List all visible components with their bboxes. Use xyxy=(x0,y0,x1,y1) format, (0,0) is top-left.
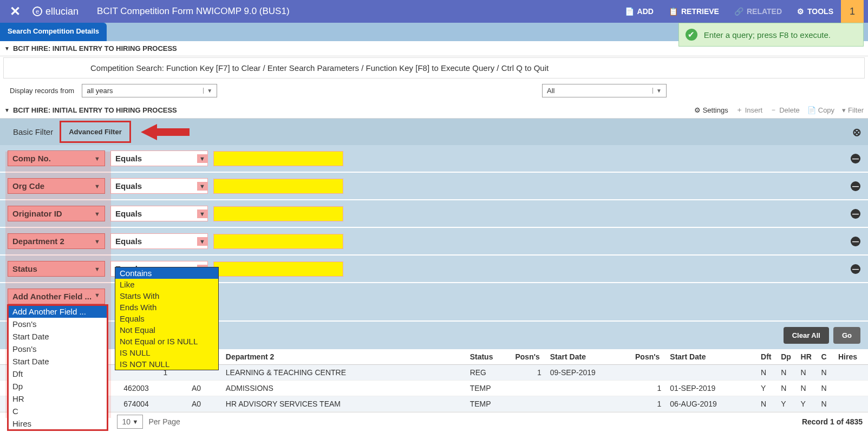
table-header[interactable]: Hires xyxy=(834,349,868,365)
operator-option[interactable]: Like xyxy=(115,279,218,290)
field-option[interactable]: Add Another Field ... xyxy=(8,305,107,318)
field-option[interactable]: Start Date xyxy=(8,330,107,343)
chevron-down-icon: ▼ xyxy=(203,88,212,94)
table-header[interactable]: Department 2 xyxy=(221,349,466,365)
add-button[interactable]: 📄ADD xyxy=(617,0,661,23)
go-button[interactable]: Go xyxy=(833,327,860,344)
advanced-filter-tab[interactable]: Advanced Filter xyxy=(60,121,131,143)
table-header[interactable]: Posn's xyxy=(631,349,665,365)
table-row[interactable]: 462003A0ADMISSIONSTEMP101-SEP-2019YNNN xyxy=(0,381,868,396)
operator-option[interactable]: IS NULL xyxy=(115,347,218,358)
value-input[interactable] xyxy=(213,179,343,194)
notification-count[interactable]: 1 xyxy=(841,0,864,23)
field-option[interactable]: Dft xyxy=(8,368,107,380)
chevron-down-icon: ▼ xyxy=(94,238,100,245)
table-cell: 462003 xyxy=(119,381,159,396)
operator-option[interactable]: IS NOT NULL xyxy=(115,358,218,370)
top-actions: 📄ADD 📋RETRIEVE 🔗RELATED ⚙TOOLS 1 xyxy=(617,0,864,23)
copy-button[interactable]: 📄 Copy xyxy=(807,106,834,114)
table-header[interactable]: Start Date xyxy=(665,349,756,365)
operator-option[interactable]: Contains xyxy=(115,267,218,279)
table-cell: HR ADVISORY SERVICES TEAM xyxy=(221,396,466,412)
operator-select[interactable]: Equals▼ xyxy=(110,206,208,221)
field-option[interactable]: Posn's xyxy=(8,343,107,355)
filter-button[interactable]: ▾ Filter xyxy=(842,106,864,114)
table-cell xyxy=(834,381,868,396)
section2-tools: ⚙ Settings ＋ Insert － Delete 📄 Copy ▾ Fi… xyxy=(694,105,864,115)
value-input[interactable] xyxy=(213,206,343,221)
tab-search-details[interactable]: Search Competition Details xyxy=(0,23,107,41)
field-option[interactable]: C xyxy=(8,405,107,417)
add-field-dropdown[interactable]: Add Another Field ... ▼ xyxy=(8,289,105,304)
close-icon[interactable]: ✕ xyxy=(4,4,26,19)
remove-row-icon[interactable]: — xyxy=(851,209,860,219)
table-header[interactable]: Start Date xyxy=(546,349,631,365)
operator-select[interactable]: Equals▼ xyxy=(110,150,208,166)
value-input[interactable] xyxy=(213,261,343,277)
basic-filter-tab[interactable]: Basic Filter xyxy=(6,123,60,141)
table-header[interactable]: Status xyxy=(466,349,511,365)
tools-button[interactable]: ⚙TOOLS xyxy=(789,0,841,23)
operator-option[interactable]: Not Equal xyxy=(115,324,218,336)
table-header[interactable]: C xyxy=(817,349,834,365)
insert-button[interactable]: ＋ Insert xyxy=(736,105,763,115)
top-toolbar: ✕ e ellucian BCIT Competition Form NWICO… xyxy=(0,0,868,23)
field-option[interactable]: Dp xyxy=(8,380,107,392)
field-select[interactable]: Org Cde▼ xyxy=(8,178,105,194)
operator-select[interactable]: Equals▼ xyxy=(110,178,208,194)
record-count: Record 1 of 4835 xyxy=(802,417,863,426)
remove-row-icon[interactable]: — xyxy=(851,181,860,191)
field-select[interactable]: Status▼ xyxy=(8,261,105,277)
table-cell: ADMISSIONS xyxy=(221,381,466,396)
field-select[interactable]: Comp No.▼ xyxy=(8,150,105,166)
pagination-footer: | of 484 10 ▼ Per Page Record 1 of 4835 xyxy=(0,412,868,431)
retrieve-button[interactable]: 📋RETRIEVE xyxy=(661,0,727,23)
field-options-popup: Add Another Field ...Posn'sStart DatePos… xyxy=(8,305,108,430)
operator-select[interactable]: Equals▼ xyxy=(110,233,208,249)
gear-icon: ⚙ xyxy=(694,106,701,114)
value-input[interactable] xyxy=(213,234,343,249)
filter-rows-container: Comp No.▼ Equals▼ — Org Cde▼ Equals▼ — O… xyxy=(0,145,868,283)
field-option[interactable]: Posn's xyxy=(8,318,107,330)
value-input[interactable] xyxy=(213,151,343,166)
field-option[interactable]: Start Date xyxy=(8,355,107,368)
display-all-select[interactable]: All ▼ xyxy=(542,84,667,97)
section2-header: ▼ BCIT HIRE: INITIAL ENTRY TO HIRING PRO… xyxy=(0,102,868,119)
gear-icon: ⚙ xyxy=(797,7,804,16)
per-page-select[interactable]: 10 ▼ xyxy=(117,415,143,429)
section1-title: BCIT HIRE: INITIAL ENTRY TO HIRING PROCE… xyxy=(13,44,177,53)
operator-option[interactable]: Ends With xyxy=(115,302,218,313)
display-year-select[interactable]: all years ▼ xyxy=(82,84,217,97)
chevron-down-icon[interactable]: ▼ xyxy=(4,107,10,113)
table-header[interactable]: HR xyxy=(797,349,817,365)
operator-option[interactable]: Not Equal or IS NULL xyxy=(115,336,218,347)
operator-option[interactable]: Starts With xyxy=(115,290,218,302)
operator-option[interactable]: Equals xyxy=(115,313,218,324)
chevron-down-icon: ▼ xyxy=(133,418,139,425)
remove-row-icon[interactable]: — xyxy=(851,237,860,246)
clear-all-button[interactable]: Clear All xyxy=(784,327,829,344)
field-option[interactable]: HR xyxy=(8,392,107,405)
field-select[interactable]: Originator ID▼ xyxy=(8,206,105,221)
table-row[interactable]: 674004A0HR ADVISORY SERVICES TEAMTEMP106… xyxy=(0,396,868,412)
notification-banner: ✔ Enter a query; press F8 to execute. xyxy=(678,23,864,47)
field-option[interactable]: Hires xyxy=(8,417,107,430)
settings-button[interactable]: ⚙ Settings xyxy=(694,106,728,114)
related-button[interactable]: 🔗RELATED xyxy=(727,0,789,23)
table-cell: N xyxy=(797,365,817,381)
remove-row-icon[interactable]: — xyxy=(851,264,860,274)
close-filter-icon[interactable]: ⊗ xyxy=(852,126,862,139)
chevron-down-icon[interactable]: ▼ xyxy=(4,45,10,51)
arrow-annotation xyxy=(141,124,190,140)
plus-icon: ＋ xyxy=(736,105,743,115)
delete-button[interactable]: － Delete xyxy=(770,105,800,115)
table-header[interactable]: Dp xyxy=(776,349,796,365)
table-header[interactable]: Posn's xyxy=(511,349,545,365)
remove-row-icon[interactable]: — xyxy=(851,154,860,163)
table-cell: 06-AUG-2019 xyxy=(665,396,756,412)
chevron-down-icon: ▼ xyxy=(652,88,662,94)
table-cell: 1 xyxy=(631,396,665,412)
field-select[interactable]: Department 2▼ xyxy=(8,233,105,249)
brand-icon: e xyxy=(32,6,42,16)
table-header[interactable]: Dft xyxy=(756,349,776,365)
